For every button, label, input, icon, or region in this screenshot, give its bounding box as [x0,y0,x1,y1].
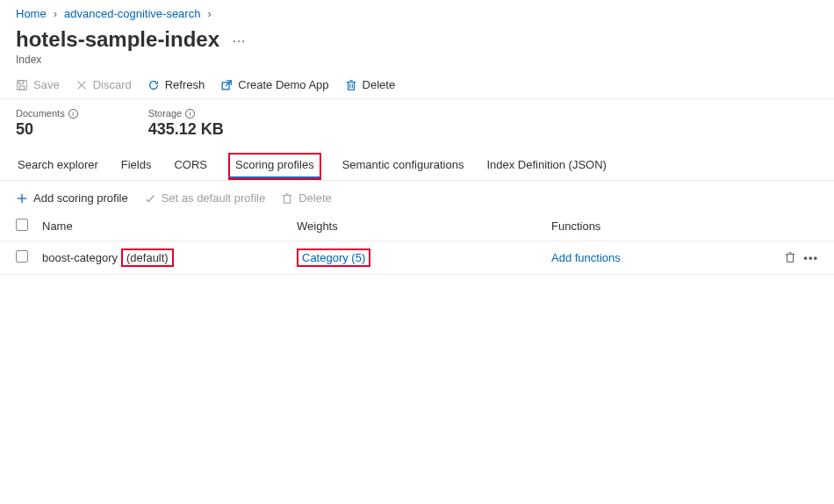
tab-bar: Search explorer Fields CORS Scoring prof… [0,144,834,181]
save-label: Save [33,78,60,91]
svg-rect-16 [787,255,794,263]
more-icon[interactable]: … [232,30,248,46]
header-weights[interactable]: Weights [297,220,551,233]
trash-icon[interactable] [784,251,796,264]
trash-icon [345,79,357,91]
svg-rect-2 [19,85,24,89]
more-icon[interactable]: ••• [803,251,818,264]
breadcrumb-parent[interactable]: advanced-cognitive-search [64,7,200,20]
header-name[interactable]: Name [42,220,297,233]
breadcrumb-home[interactable]: Home [16,7,47,20]
tab-search-explorer[interactable]: Search explorer [16,153,100,180]
documents-value: 50 [16,120,78,139]
delete-profile-label: Delete [298,191,332,205]
svg-rect-6 [348,82,354,90]
svg-rect-1 [19,80,24,83]
plus-icon [16,192,28,205]
documents-stat: Documents i 50 [16,108,78,139]
tab-fields[interactable]: Fields [119,153,154,180]
breadcrumb: Home › advanced-cognitive-search › [0,0,834,24]
storage-value: 435.12 KB [148,120,224,139]
delete-label: Delete [363,78,396,91]
refresh-label: Refresh [165,78,205,91]
chevron-right-icon: › [207,7,211,20]
add-functions-link[interactable]: Add functions [551,251,621,264]
create-demo-label: Create Demo App [238,78,328,91]
delete-button[interactable]: Delete [345,78,396,91]
row-checkbox[interactable] [16,250,28,263]
tab-semantic[interactable]: Semantic configurations [341,153,466,180]
profile-name[interactable]: boost-category [42,251,118,264]
storage-label: Storage [148,108,183,119]
check-icon [144,192,156,205]
set-default-button: Set as default profile [144,191,266,205]
set-default-label: Set as default profile [162,191,266,205]
resource-type: Index [16,54,818,66]
info-icon[interactable]: i [68,109,78,119]
delete-profile-button: Delete [281,191,332,205]
tab-definition[interactable]: Index Definition (JSON) [485,153,608,180]
stats-panel: Documents i 50 Storage i 435.12 KB [0,99,834,144]
svg-rect-13 [284,195,291,203]
create-demo-button[interactable]: Create Demo App [220,78,328,91]
table-header: Name Weights Functions [0,212,834,241]
table-row: boost-category (default) Category (5) Ad… [0,241,834,275]
select-all-checkbox[interactable] [16,219,28,231]
save-button: Save [16,78,60,91]
chevron-right-icon: › [54,7,57,20]
save-icon [16,79,28,91]
title-area: hotels-sample-index … Index [0,24,834,71]
add-scoring-label: Add scoring profile [33,191,128,205]
add-scoring-profile-button[interactable]: Add scoring profile [16,191,128,205]
refresh-icon [147,79,160,91]
refresh-button[interactable]: Refresh [147,78,205,91]
trash-icon [281,192,293,205]
command-bar: Save Discard Refresh Create Demo App Del… [0,71,834,99]
external-link-icon [220,79,233,91]
info-icon[interactable]: i [185,109,195,119]
tab-scoring-profiles[interactable]: Scoring profiles [228,153,321,180]
tab-cors[interactable]: CORS [172,153,209,180]
discard-button: Discard [75,78,132,91]
close-icon [75,79,88,91]
documents-label: Documents [16,108,65,119]
page-title: hotels-sample-index [16,27,219,52]
discard-label: Discard [93,78,132,91]
storage-stat: Storage i 435.12 KB [148,108,224,139]
weight-link[interactable]: Category (5) [302,251,365,264]
default-badge: (default) [121,248,174,267]
header-functions[interactable]: Functions [551,220,774,233]
scoring-toolbar: Add scoring profile Set as default profi… [0,181,834,212]
